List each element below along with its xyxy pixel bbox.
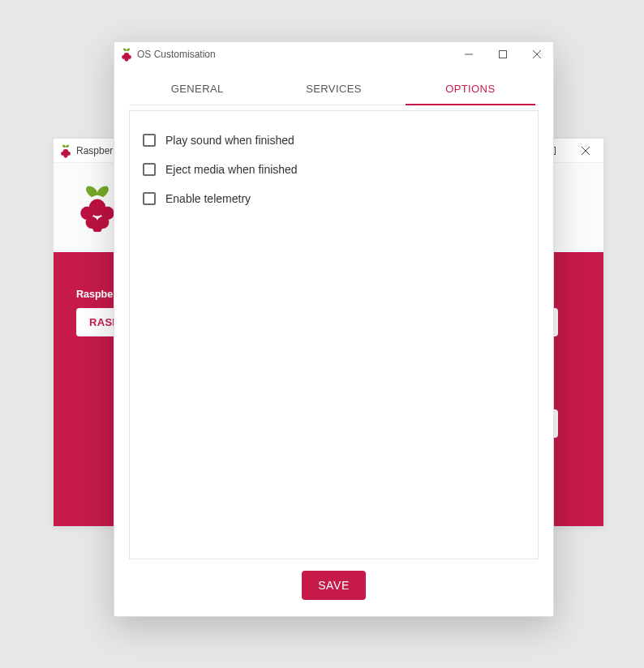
minimize-button[interactable] [454,45,483,63]
raspberry-pi-logo [78,183,117,232]
play-sound-checkbox[interactable] [143,134,156,147]
svg-point-3 [64,153,68,157]
enable-telemetry-label: Enable telemetry [165,192,251,205]
raspberry-pi-icon [60,143,71,158]
os-customisation-dialog: OS Customisation GENERAL SERVICES OPTION… [114,41,554,617]
dialog-footer: SAVE [114,571,553,616]
raspberry-pi-icon [121,47,132,62]
tab-general[interactable]: GENERAL [129,73,265,105]
dialog-titlebar: OS Customisation [114,42,553,66]
option-row-eject-media: Eject media when finished [143,155,525,184]
tab-options[interactable]: OPTIONS [402,73,539,105]
enable-telemetry-checkbox[interactable] [143,192,156,205]
eject-media-label: Eject media when finished [165,163,298,176]
option-row-enable-telemetry: Enable telemetry [143,184,525,213]
options-panel: Play sound when finished Eject media whe… [129,110,539,559]
tab-services[interactable]: SERVICES [265,73,401,105]
dialog-tabs: GENERAL SERVICES OPTIONS [129,73,539,105]
maximize-button[interactable] [488,45,517,63]
play-sound-label: Play sound when finished [165,134,294,147]
dialog-title: OS Customisation [137,49,216,60]
close-button[interactable] [522,45,552,63]
close-button[interactable] [571,142,600,160]
eject-media-checkbox[interactable] [143,163,156,176]
option-row-play-sound: Play sound when finished [143,126,525,155]
svg-rect-15 [500,51,507,58]
svg-point-14 [125,58,129,62]
save-button[interactable]: SAVE [302,571,366,600]
